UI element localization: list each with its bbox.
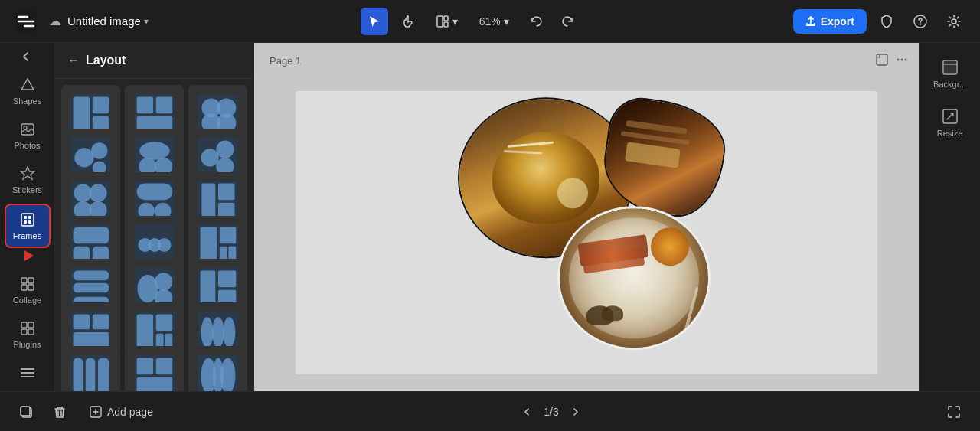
svg-rect-64 (217, 184, 234, 201)
frame-thumb-19[interactable] (61, 346, 120, 391)
svg-rect-15 (24, 220, 27, 224)
svg-rect-109 (136, 358, 153, 374)
sidebar-item-shapes[interactable]: Shapes (5, 70, 51, 112)
svg-point-42 (74, 149, 93, 168)
hand-tool-button[interactable] (394, 8, 422, 35)
svg-rect-81 (73, 283, 109, 293)
right-panel-resize[interactable]: Resize (924, 101, 976, 144)
canvas-frame[interactable] (296, 91, 877, 374)
svg-rect-25 (21, 368, 34, 370)
current-page: 1 (544, 406, 550, 418)
food-collage (458, 97, 764, 358)
sidebar-stickers-label: Stickers (12, 185, 42, 194)
background-label: Backgr... (933, 80, 966, 89)
duplicate-page-button[interactable] (12, 398, 40, 426)
svg-point-102 (211, 317, 224, 348)
resize-icon (941, 107, 959, 126)
sidebar-frames-label: Frames (13, 231, 41, 240)
svg-point-8 (920, 24, 921, 25)
svg-rect-14 (28, 216, 31, 219)
topbar-left: ☁ Untitled image ▾ (12, 8, 149, 35)
resize-label: Resize (937, 129, 963, 138)
document-title: Untitled image (67, 15, 141, 28)
title-chevron-icon: ▾ (144, 16, 149, 27)
more-icon (19, 364, 36, 381)
svg-rect-4 (437, 16, 443, 27)
sidebar-item-more[interactable] (5, 358, 51, 387)
settings-icon-button[interactable] (940, 8, 968, 35)
svg-rect-89 (217, 271, 235, 288)
panel-back-button[interactable]: ← (67, 54, 80, 67)
svg-rect-17 (21, 278, 27, 283)
export-label: Export (821, 15, 854, 28)
select-tool-button[interactable] (361, 8, 388, 35)
svg-rect-5 (444, 16, 448, 21)
svg-point-51 (216, 141, 234, 158)
main-area: Shapes Photos Stickers Fra (0, 43, 980, 391)
help-icon-button[interactable] (906, 8, 934, 35)
layout-button[interactable]: ▾ (428, 10, 466, 33)
layout-button-chevron: ▾ (452, 15, 458, 28)
topbar: ☁ Untitled image ▾ ▾ 6 (0, 0, 980, 43)
logo[interactable] (12, 8, 40, 35)
svg-rect-18 (28, 278, 34, 283)
redo-button[interactable] (554, 8, 581, 35)
svg-rect-96 (136, 314, 153, 350)
svg-rect-29 (73, 96, 90, 132)
canvas-content (254, 43, 919, 391)
svg-rect-22 (28, 322, 34, 328)
svg-rect-30 (92, 96, 109, 113)
right-panel: Backgr... Resize (919, 43, 980, 391)
zoom-button[interactable]: 61% ▾ (472, 11, 517, 32)
svg-point-46 (139, 142, 170, 160)
svg-rect-106 (85, 358, 95, 391)
svg-point-43 (90, 143, 107, 160)
svg-rect-34 (155, 96, 172, 113)
undo-button[interactable] (523, 8, 550, 35)
svg-point-85 (154, 273, 172, 290)
plugins-icon (19, 320, 36, 337)
save-cloud-icon: ☁ (49, 14, 61, 28)
sidebar-item-collage[interactable]: Collage (5, 269, 51, 311)
svg-rect-75 (200, 227, 217, 263)
bottom-bar: Add page 1/3 (0, 391, 980, 431)
svg-rect-6 (444, 22, 448, 27)
prev-page-button[interactable] (516, 401, 537, 423)
stickers-icon (19, 165, 36, 182)
svg-rect-80 (73, 271, 109, 281)
svg-rect-111 (136, 377, 172, 391)
frame-thumb-20[interactable] (125, 346, 184, 391)
svg-point-73 (157, 238, 171, 252)
frame-thumb-21[interactable] (188, 346, 247, 391)
svg-rect-124 (21, 407, 30, 416)
title-area[interactable]: ☁ Untitled image ▾ (49, 14, 149, 28)
sidebar-item-frames[interactable]: Frames (5, 204, 51, 248)
export-button[interactable]: Export (793, 9, 867, 34)
svg-rect-88 (200, 271, 215, 307)
sidebar-plugins-label: Plugins (13, 340, 41, 349)
undo-redo-group (523, 8, 581, 35)
right-panel-background[interactable]: Backgr... (924, 52, 976, 95)
page-indicator: 1/3 (544, 406, 558, 418)
svg-rect-110 (155, 358, 172, 374)
delete-page-button[interactable] (46, 398, 74, 426)
svg-rect-63 (201, 184, 215, 220)
shield-icon-button[interactable] (873, 8, 900, 35)
zoom-chevron-icon: ▾ (504, 15, 509, 28)
svg-rect-12 (21, 214, 34, 226)
sidebar-item-photos[interactable]: Photos (5, 115, 51, 156)
sidebar-photos-label: Photos (14, 141, 40, 150)
sidebar-item-stickers[interactable]: Stickers (5, 159, 51, 201)
add-page-button[interactable]: Add page (80, 400, 162, 423)
svg-rect-121 (943, 60, 957, 74)
svg-point-9 (952, 19, 956, 24)
svg-rect-16 (28, 220, 31, 224)
bottom-right (940, 398, 968, 426)
next-page-button[interactable] (565, 401, 586, 423)
fullscreen-button[interactable] (940, 398, 968, 426)
sidebar-item-plugins[interactable]: Plugins (5, 314, 51, 355)
add-page-label: Add page (107, 406, 153, 418)
panel-header: ← Layout (55, 43, 253, 79)
canvas-area: Page 1 (254, 43, 919, 391)
zoom-level: 61% (479, 15, 501, 28)
